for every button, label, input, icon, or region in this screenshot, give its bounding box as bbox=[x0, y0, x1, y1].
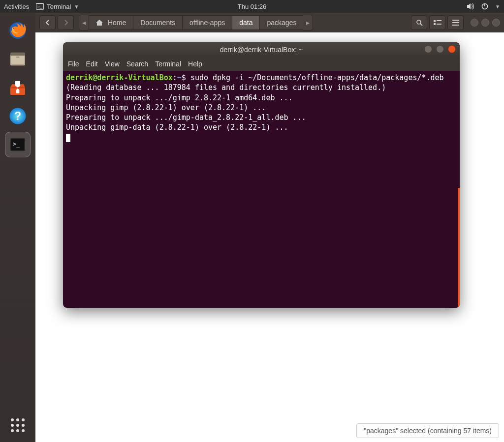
activities-button[interactable]: Activities bbox=[4, 3, 29, 10]
crumb-label: Home bbox=[108, 19, 126, 27]
svg-line-20 bbox=[420, 24, 422, 26]
dock-files[interactable] bbox=[5, 46, 31, 72]
breadcrumb: ◂ Home Documents offline-apps data packa… bbox=[79, 15, 313, 30]
search-button[interactable] bbox=[411, 15, 427, 30]
svg-rect-12 bbox=[16, 90, 20, 93]
breadcrumb-home[interactable]: Home bbox=[89, 15, 133, 30]
dock-firefox[interactable] bbox=[5, 18, 31, 43]
apps-button[interactable] bbox=[0, 418, 35, 432]
nav-back[interactable] bbox=[39, 15, 56, 30]
breadcrumb-left-arrow[interactable]: ◂ bbox=[79, 15, 89, 30]
svg-text:>_: >_ bbox=[37, 4, 42, 9]
terminal-icon: >_ bbox=[36, 3, 44, 10]
terminal-window: derrik@derrik-VirtualBox: ~ File Edit Vi… bbox=[63, 42, 460, 308]
svg-rect-10 bbox=[16, 57, 20, 58]
svg-rect-7 bbox=[10, 53, 25, 56]
home-icon bbox=[96, 19, 105, 27]
launcher-dock: ? >_ bbox=[0, 13, 35, 442]
dock-software[interactable] bbox=[5, 75, 31, 100]
dock-terminal[interactable]: >_ bbox=[5, 132, 31, 157]
svg-rect-24 bbox=[437, 24, 441, 25]
menu-terminal[interactable]: Terminal bbox=[155, 60, 181, 68]
menu-edit[interactable]: Edit bbox=[86, 60, 98, 68]
svg-rect-26 bbox=[452, 22, 459, 23]
top-panel: Activities >_ Terminal ▼ Thu 01:26 ▼ bbox=[0, 0, 504, 13]
terminal-menubar: File Edit View Search Terminal Help bbox=[63, 57, 460, 71]
menu-view[interactable]: View bbox=[105, 60, 120, 68]
svg-rect-27 bbox=[452, 25, 459, 26]
terminal-maximize[interactable] bbox=[436, 45, 444, 53]
breadcrumb-documents[interactable]: Documents bbox=[133, 15, 182, 30]
svg-rect-21 bbox=[434, 20, 436, 22]
svg-rect-22 bbox=[437, 20, 441, 21]
crumb-label: Documents bbox=[140, 19, 175, 27]
chevron-down-icon: ▼ bbox=[74, 4, 79, 9]
menu-search[interactable]: Search bbox=[126, 60, 148, 68]
app-menu[interactable]: >_ Terminal ▼ bbox=[36, 3, 79, 10]
view-toggle-button[interactable] bbox=[429, 15, 445, 30]
crumb-label: packages bbox=[267, 19, 296, 27]
breadcrumb-offline-apps[interactable]: offline-apps bbox=[182, 15, 232, 30]
power-icon[interactable] bbox=[481, 3, 488, 10]
breadcrumb-packages[interactable]: packages bbox=[259, 15, 303, 30]
svg-point-19 bbox=[417, 20, 421, 24]
volume-icon[interactable] bbox=[467, 3, 474, 10]
clock[interactable]: Thu 01:26 bbox=[238, 3, 267, 10]
nav-forward[interactable] bbox=[58, 15, 74, 30]
scrollbar-indicator bbox=[458, 188, 460, 308]
breadcrumb-right-arrow[interactable]: ▸ bbox=[303, 15, 313, 30]
crumb-label: offline-apps bbox=[189, 19, 225, 27]
terminal-title: derrik@derrik-VirtualBox: ~ bbox=[220, 46, 303, 54]
svg-text:>_: >_ bbox=[13, 141, 20, 147]
crumb-label: data bbox=[239, 19, 252, 27]
terminal-close[interactable] bbox=[448, 45, 456, 53]
window-maximize[interactable] bbox=[481, 19, 489, 27]
breadcrumb-data[interactable]: data bbox=[232, 15, 259, 30]
terminal-titlebar[interactable]: derrik@derrik-VirtualBox: ~ bbox=[63, 42, 460, 57]
hamburger-menu[interactable] bbox=[447, 15, 464, 30]
dock-help[interactable]: ? bbox=[5, 103, 31, 129]
menu-file[interactable]: File bbox=[68, 60, 79, 68]
menu-help[interactable]: Help bbox=[188, 60, 202, 68]
window-minimize[interactable] bbox=[471, 19, 478, 27]
svg-rect-23 bbox=[434, 23, 436, 25]
svg-text:?: ? bbox=[14, 110, 21, 122]
chevron-down-icon[interactable]: ▼ bbox=[495, 4, 500, 9]
window-close[interactable] bbox=[492, 19, 500, 27]
app-menu-label: Terminal bbox=[47, 3, 71, 10]
terminal-minimize[interactable] bbox=[424, 45, 432, 53]
file-manager-status: "packages" selected (containing 57 items… bbox=[356, 423, 499, 438]
svg-rect-25 bbox=[452, 20, 459, 21]
file-manager-header: ◂ Home Documents offline-apps data packa… bbox=[35, 13, 504, 32]
terminal-body[interactable]: derrik@derrik-VirtualBox:~$ sudo dpkg -i… bbox=[63, 71, 460, 308]
